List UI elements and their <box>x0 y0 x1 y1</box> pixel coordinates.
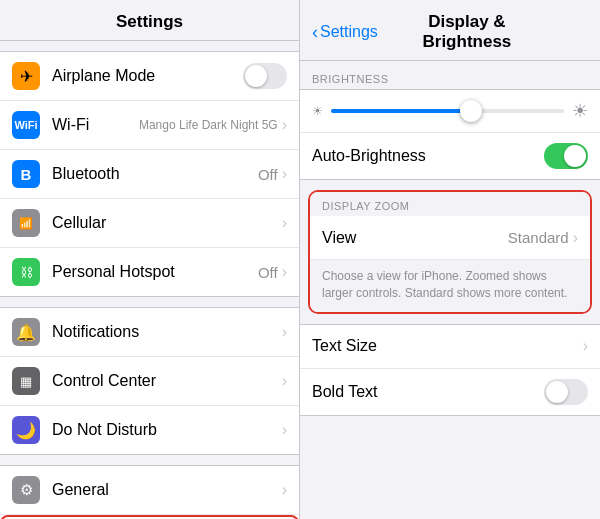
brightness-slider-row[interactable]: ☀ ☀ <box>300 90 600 133</box>
auto-brightness-row[interactable]: Auto-Brightness <box>300 133 600 179</box>
connectivity-group: ✈ Airplane Mode WiFi Wi-Fi Mango Life Da… <box>0 51 299 297</box>
slider-thumb[interactable] <box>460 100 482 122</box>
hotspot-value: Off <box>258 264 278 281</box>
text-size-row[interactable]: Text Size › <box>300 325 600 369</box>
cellular-icon: 📶 <box>12 209 40 237</box>
notifications-row[interactable]: 🔔 Notifications › <box>0 308 299 357</box>
hotspot-chevron: › <box>282 263 287 281</box>
dnd-label: Do Not Disturb <box>52 421 282 439</box>
display-zoom-container: DISPLAY ZOOM View Standard › Choose a vi… <box>308 190 592 314</box>
bluetooth-icon: B <box>12 160 40 188</box>
sun-large-icon: ☀ <box>572 100 588 122</box>
control-center-row[interactable]: ▦ Control Center › <box>0 357 299 406</box>
notifications-chevron: › <box>282 323 287 341</box>
zoom-description: Choose a view for iPhone. Zoomed shows l… <box>310 260 590 312</box>
brightness-group: ☀ ☀ Auto-Brightness <box>300 89 600 180</box>
airplane-label: Airplane Mode <box>52 67 243 85</box>
wifi-chevron: › <box>282 116 287 134</box>
control-center-chevron: › <box>282 372 287 390</box>
left-panel-header: Settings <box>0 0 299 41</box>
hotspot-label: Personal Hotspot <box>52 263 258 281</box>
brightness-slider[interactable] <box>331 109 564 113</box>
view-value: Standard <box>508 229 569 246</box>
brightness-fill <box>331 109 471 113</box>
bold-text-row[interactable]: Bold Text <box>300 369 600 415</box>
airplane-mode-row[interactable]: ✈ Airplane Mode <box>0 52 299 101</box>
cellular-chevron: › <box>282 214 287 232</box>
dnd-row[interactable]: 🌙 Do Not Disturb › <box>0 406 299 454</box>
general-label: General <box>52 481 282 499</box>
view-label: View <box>322 229 508 247</box>
left-panel: Settings ✈ Airplane Mode WiFi Wi-Fi Mang… <box>0 0 300 519</box>
control-center-label: Control Center <box>52 372 282 390</box>
text-options-group: Text Size › Bold Text <box>300 324 600 416</box>
brightness-section-label: BRIGHTNESS <box>300 61 600 89</box>
hotspot-row[interactable]: ⛓ Personal Hotspot Off › <box>0 248 299 296</box>
wifi-label: Wi-Fi <box>52 116 139 134</box>
sun-small-icon: ☀ <box>312 104 323 118</box>
display-brightness-row[interactable]: AA Display & Brightness › <box>0 515 299 519</box>
zoom-view-row[interactable]: View Standard › <box>310 216 590 260</box>
hotspot-icon: ⛓ <box>12 258 40 286</box>
notifications-icon: 🔔 <box>12 318 40 346</box>
wifi-value: Mango Life Dark Night 5G <box>139 118 278 132</box>
airplane-toggle[interactable] <box>243 63 287 89</box>
general-chevron: › <box>282 481 287 499</box>
general-icon: ⚙ <box>12 476 40 504</box>
back-label: Settings <box>320 23 378 41</box>
text-size-label: Text Size <box>312 337 583 355</box>
display-zoom-label: DISPLAY ZOOM <box>310 192 590 216</box>
bold-text-label: Bold Text <box>312 383 544 401</box>
right-panel-title: Display & Brightness <box>386 12 548 52</box>
control-center-icon: ▦ <box>12 367 40 395</box>
bluetooth-value: Off <box>258 166 278 183</box>
bluetooth-row[interactable]: B Bluetooth Off › <box>0 150 299 199</box>
cellular-label: Cellular <box>52 214 282 232</box>
right-header: ‹ Settings Display & Brightness <box>300 0 600 61</box>
wifi-row[interactable]: WiFi Wi-Fi Mango Life Dark Night 5G › <box>0 101 299 150</box>
general-row[interactable]: ⚙ General › <box>0 466 299 515</box>
dnd-chevron: › <box>282 421 287 439</box>
notifications-label: Notifications <box>52 323 282 341</box>
bluetooth-label: Bluetooth <box>52 165 258 183</box>
text-size-chevron: › <box>583 337 588 355</box>
auto-brightness-label: Auto-Brightness <box>312 147 544 165</box>
cellular-row[interactable]: 📶 Cellular › <box>0 199 299 248</box>
dnd-icon: 🌙 <box>12 416 40 444</box>
view-chevron: › <box>573 229 578 247</box>
bluetooth-chevron: › <box>282 165 287 183</box>
right-panel: ‹ Settings Display & Brightness BRIGHTNE… <box>300 0 600 519</box>
display-group: ⚙ General › AA Display & Brightness › ❄ … <box>0 465 299 519</box>
auto-brightness-toggle[interactable] <box>544 143 588 169</box>
back-chevron-icon: ‹ <box>312 22 318 43</box>
notifications-group: 🔔 Notifications › ▦ Control Center › 🌙 D… <box>0 307 299 455</box>
wifi-icon: WiFi <box>12 111 40 139</box>
bold-text-toggle[interactable] <box>544 379 588 405</box>
back-button[interactable]: ‹ Settings <box>312 22 378 43</box>
airplane-icon: ✈ <box>12 62 40 90</box>
